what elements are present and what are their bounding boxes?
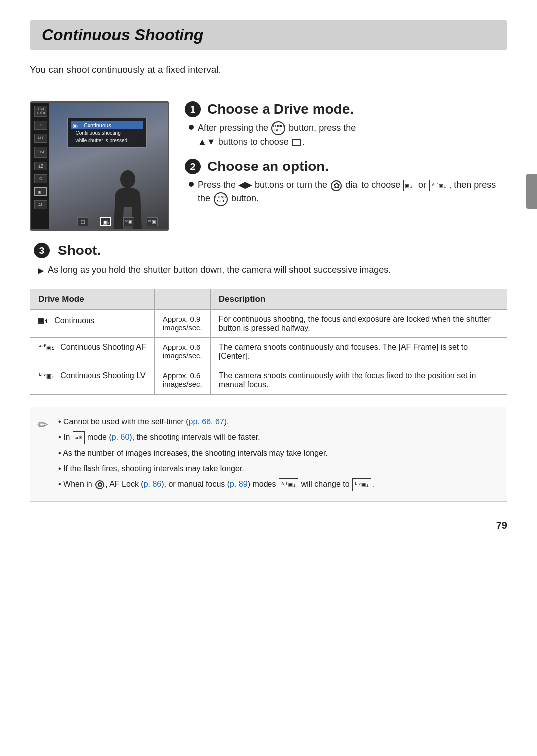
step-3-bullet-1: ▶ As long as you hold the shutter button… <box>38 263 507 277</box>
cam-icon-ev: ±Z <box>34 162 47 170</box>
link-p60[interactable]: p. 60 <box>112 433 130 441</box>
af-label: Continuous Shooting AF <box>60 343 146 351</box>
func-button-2-icon: FUNCSET <box>214 192 228 206</box>
step-1-block: 1 Choose a Drive mode. After pressing th… <box>185 101 507 149</box>
link-pp67[interactable]: 67 <box>215 418 224 426</box>
top-section: ISOAUTO ⚡ AFF ROSE ±Z ☺ ▣ᵢ 4L <box>30 101 507 231</box>
step-2-heading: Choose an option. <box>207 159 329 174</box>
camera-screen-image: ISOAUTO ⚡ AFF ROSE ±Z ☺ ▣ᵢ 4L <box>30 101 169 231</box>
step-3-heading: Shoot. <box>58 243 101 258</box>
table-row-continuous: ▣ᵢ Continuous Approx. 0.9images/sec. For… <box>30 310 507 338</box>
right-tab <box>526 174 537 209</box>
table-cell-rate-lv: Approx. 0.6images/sec. <box>154 366 210 395</box>
table-cell-desc-lv: The camera shoots continuously with the … <box>210 366 507 395</box>
lv-note-icon: ᴸᵛ▣ᵢ <box>352 478 371 491</box>
camera-left-icons: ISOAUTO ⚡ AFF ROSE ±Z ☺ ▣ᵢ 4L <box>34 106 47 209</box>
page-number: 79 <box>496 520 507 531</box>
bullet-dot-2-icon <box>189 182 194 187</box>
camera-menu-overlay: ▣ᵢ Continuous Continuous shooting while … <box>67 118 147 148</box>
func-button-icon: FUNCSET <box>271 121 285 135</box>
cam-icon-flash: ⚡ <box>34 121 47 130</box>
step-3-heading-row: 3 Shoot. <box>34 243 507 258</box>
continuous-table-icon: ▣ᵢ <box>38 315 49 325</box>
step-1-heading: Choose a Drive mode. <box>207 101 354 117</box>
step-1-bullet-text: After pressing the FUNCSET button, press… <box>198 121 356 149</box>
svg-point-0 <box>120 170 135 188</box>
cam-icon-4l: 4L <box>34 200 47 209</box>
lv-label: Continuous Shooting LV <box>60 371 145 380</box>
af-table-icon: ᴬᶠ▣ᵢ <box>38 343 55 351</box>
drive-mode-square-icon <box>292 139 301 146</box>
step-2-bullet-1: Press the ◀▶ buttons or turn the ✿ dial … <box>189 178 507 206</box>
step-2-bullet-text: Press the ◀▶ buttons or turn the ✿ dial … <box>198 178 507 206</box>
table-cell-rate-continuous: Approx. 0.9images/sec. <box>154 310 210 338</box>
af-note-icon: ᴬᶠ▣ᵢ <box>279 478 298 491</box>
note-3: As the number of images increases, the s… <box>58 446 497 460</box>
step-3-number: 3 <box>34 243 50 258</box>
step-3-bullet-text: As long as you hold the shutter button d… <box>48 263 391 277</box>
step-1-number: 1 <box>185 101 201 117</box>
step-2-block: 2 Choose an option. Press the ◀▶ buttons… <box>185 159 507 206</box>
cam-menu-item-shutter: while shutter is pressed <box>73 137 141 144</box>
cam-bottom-af2: ᴿᶠ▣ <box>147 217 158 226</box>
link-p86[interactable]: p. 86 <box>144 480 162 488</box>
arrow-icon: ▶ <box>38 265 44 277</box>
cam-icon-iso: ISOAUTO <box>34 106 47 117</box>
cam-icon-drive-sel: ▣ᵢ <box>34 187 47 196</box>
step-1-bullet-1: After pressing the FUNCSET button, press… <box>189 121 507 149</box>
step-2-heading-row: 2 Choose an option. <box>185 159 507 174</box>
cam-bottom-single: □ <box>77 217 88 226</box>
link-pp66[interactable]: pp. 66 <box>189 418 211 426</box>
dial-icon: ✿ <box>331 180 342 191</box>
step-1-body: After pressing the FUNCSET button, press… <box>185 121 507 149</box>
table-row-continuous-lv: ᴸᵛ▣ᵢ Continuous Shooting LV Approx. 0.6i… <box>30 366 507 395</box>
dial-note-icon: ✿ <box>95 480 104 489</box>
lv-table-icon: ᴸᵛ▣ᵢ <box>38 372 55 380</box>
table-col-drive-mode: Drive Mode <box>30 289 155 310</box>
table-cell-mode-continuous: ▣ᵢ Continuous <box>30 310 155 338</box>
divider <box>30 89 507 89</box>
step-3-section: 3 Shoot. ▶ As long as you hold the shutt… <box>30 243 507 277</box>
table-cell-desc-af: The camera shoots continuously and focus… <box>210 338 507 366</box>
note-1: Cannot be used with the self-timer (pp. … <box>58 415 497 428</box>
cam-menu-item-continuous: ▣ᵢ Continuous <box>71 121 143 129</box>
step-3-body: ▶ As long as you hold the shutter button… <box>34 263 507 277</box>
table-cell-mode-af: ᴬᶠ▣ᵢ Continuous Shooting AF <box>30 338 155 366</box>
step-1-heading-row: 1 Choose a Drive mode. <box>185 101 507 117</box>
continuous-mode-icon: ▣ᵢ <box>403 180 415 192</box>
cam-bottom-continuous: ▣ᵢ <box>100 217 111 226</box>
note-5: When in ✿, AF Lock (p. 86), or manual fo… <box>58 477 497 491</box>
camera-bottom-icons: □ ▣ᵢ ᴬᶠ▣ ᴿᶠ▣ <box>67 217 168 226</box>
table-col-description <box>154 289 210 310</box>
cam-icon-face: ☺ <box>34 174 47 183</box>
cam-icon-quality: ROSE <box>34 147 47 158</box>
note-2: In ≈☀ mode (p. 60), the shooting interva… <box>58 430 497 444</box>
title-bar: Continuous Shooting <box>30 20 507 50</box>
steps-column: 1 Choose a Drive mode. After pressing th… <box>185 101 507 231</box>
pencil-icon: ✏ <box>37 414 48 436</box>
camera-background: ▣ᵢ Continuous Continuous shooting while … <box>49 103 168 229</box>
notes-box: ✏ Cannot be used with the self-timer (pp… <box>30 407 507 502</box>
af-mode-icon: ᴬᶠ▣ᵢ <box>429 180 448 192</box>
step-2-body: Press the ◀▶ buttons or turn the ✿ dial … <box>185 178 507 206</box>
table-col-desc-heading: Description <box>210 289 507 310</box>
table-cell-mode-lv: ᴸᵛ▣ᵢ Continuous Shooting LV <box>30 366 155 395</box>
subtitle: You can shoot continuously at a fixed in… <box>30 64 507 75</box>
continuous-label: Continuous <box>54 316 94 325</box>
scene-mode-icon: ≈☀ <box>73 431 85 444</box>
note-4: If the flash fires, shooting intervals m… <box>58 462 497 475</box>
cam-menu-item-shooting: Continuous shooting <box>73 129 141 137</box>
cam-icon-af-off: AFF <box>34 134 47 143</box>
table-row-continuous-af: ᴬᶠ▣ᵢ Continuous Shooting AF Approx. 0.6i… <box>30 338 507 366</box>
table-cell-desc-continuous: For continuous shooting, the focus and e… <box>210 310 507 338</box>
step-2-number: 2 <box>185 159 201 174</box>
table-cell-rate-af: Approx. 0.6images/sec. <box>154 338 210 366</box>
page-title: Continuous Shooting <box>42 26 495 44</box>
link-p89[interactable]: p. 89 <box>230 480 248 488</box>
drive-mode-table: Drive Mode Description ▣ᵢ Continuous App… <box>30 289 507 395</box>
cam-bottom-af: ᴬᶠ▣ <box>123 217 134 226</box>
bullet-dot-icon <box>189 125 194 130</box>
